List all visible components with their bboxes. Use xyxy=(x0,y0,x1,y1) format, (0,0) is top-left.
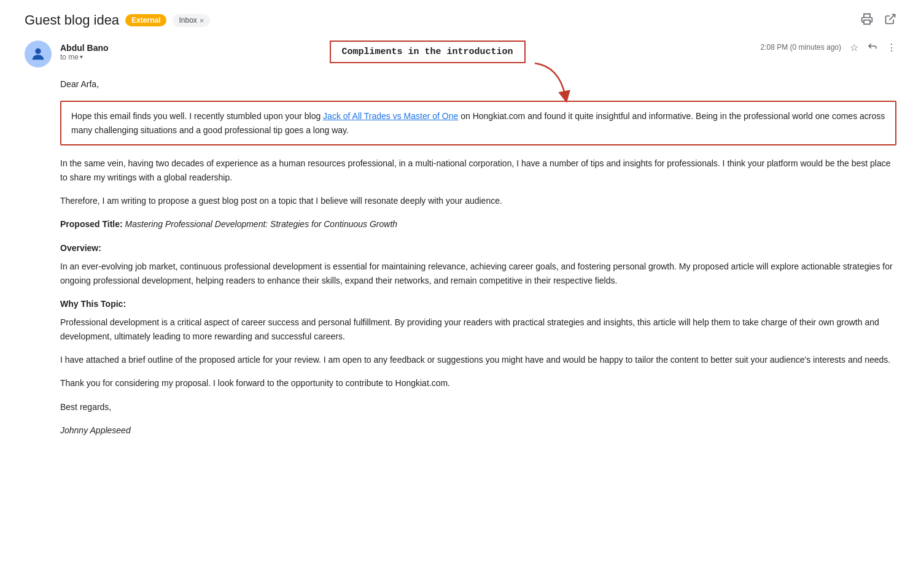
more-options-icon[interactable]: ⋮ xyxy=(887,42,896,53)
why-text-1: Professional development is a critical a… xyxy=(60,315,896,343)
badge-inbox-label: Inbox xyxy=(179,16,196,25)
highlighted-intro-pre: Hope this email finds you well. I recent… xyxy=(71,111,323,121)
reply-icon[interactable] xyxy=(867,41,878,54)
annotation-box: Compliments in the introduction xyxy=(330,41,526,63)
chevron-down-icon: ▾ xyxy=(80,53,83,60)
email-title: Guest blog idea xyxy=(25,12,119,28)
closing-1: Thank you for considering my proposal. I… xyxy=(60,376,896,390)
proposed-title-value: Mastering Professional Development: Stra… xyxy=(123,219,397,229)
why-text-2: I have attached a brief outline of the p… xyxy=(60,353,896,366)
email-body: Dear Arfa, Hope this email finds you wel… xyxy=(60,77,896,438)
badge-inbox-close[interactable]: × xyxy=(200,16,204,25)
badge-inbox[interactable]: Inbox × xyxy=(173,14,210,27)
title-area: Guest blog idea External Inbox × xyxy=(25,12,210,28)
star-icon[interactable]: ☆ xyxy=(850,42,858,53)
overview-text: In an ever-evolving job market, continuo… xyxy=(60,260,896,287)
sender-to[interactable]: to me ▾ xyxy=(60,53,109,61)
email-greeting: Dear Arfa, xyxy=(60,77,896,91)
signature: Johnny Appleseed xyxy=(60,424,896,437)
svg-rect-0 xyxy=(864,20,870,24)
sender-row: Abdul Bano to me ▾ Compliments in the in… xyxy=(25,41,896,68)
to-label: to me xyxy=(60,53,79,61)
closing-2: Best regards, xyxy=(60,400,896,414)
sender-meta-right: 2:08 PM (0 minutes ago) ☆ ⋮ xyxy=(761,41,896,54)
open-new-window-icon[interactable] xyxy=(884,13,896,28)
timestamp: 2:08 PM (0 minutes ago) xyxy=(761,43,841,52)
header-icons xyxy=(861,13,896,28)
blog-link[interactable]: Jack of All Trades vs Master of One xyxy=(323,111,458,121)
proposed-title: Proposed Title: Mastering Professional D… xyxy=(60,217,896,231)
sender-name: Abdul Bano xyxy=(60,43,109,53)
svg-line-1 xyxy=(889,14,895,20)
email-header: Guest blog idea External Inbox × xyxy=(25,12,896,28)
sender-info: Abdul Bano to me ▾ Compliments in the in… xyxy=(60,41,752,63)
svg-point-2 xyxy=(35,48,41,54)
paragraph-2: In the same vein, having two decades of … xyxy=(60,157,896,184)
annotation-area: Compliments in the introduction xyxy=(330,41,526,63)
why-heading: Why This Topic: xyxy=(60,297,896,311)
print-icon[interactable] xyxy=(861,13,873,28)
highlighted-intro: Hope this email finds you well. I recent… xyxy=(60,101,896,145)
proposed-title-label: Proposed Title: xyxy=(60,219,123,229)
annotation-text: Compliments in the introduction xyxy=(342,47,513,57)
avatar xyxy=(25,41,52,68)
overview-heading: Overview: xyxy=(60,241,896,255)
annotation-arrow-svg xyxy=(529,60,578,103)
badge-external: External xyxy=(125,14,166,26)
paragraph-3: Therefore, I am writing to propose a gue… xyxy=(60,194,896,207)
